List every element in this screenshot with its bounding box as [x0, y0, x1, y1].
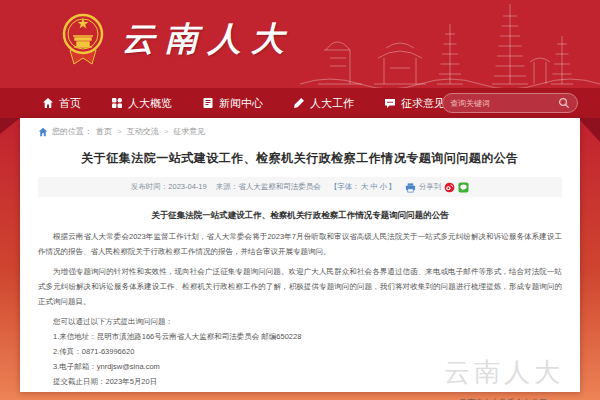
publish-date: 2023-04-19	[168, 182, 206, 191]
article-paragraph: 您可以通过以下方式提出询问问题：	[38, 314, 562, 329]
breadcrumb: 您的位置： 首页 > 互动交流 > 征求意见	[38, 126, 562, 137]
nav-item-work[interactable]: 人大工作	[293, 96, 354, 111]
nav-item-label: 首页	[59, 96, 81, 111]
home-icon	[38, 127, 48, 137]
news-icon	[202, 97, 214, 109]
nav-item-label: 人大概览	[128, 96, 172, 111]
publish-label: 发布时间：	[131, 182, 169, 191]
contact-fax: 2.传真：0871-63996620	[38, 344, 562, 359]
source: 来源：省人大监察和司法委员会	[216, 182, 321, 192]
article-paragraph: 根据云南省人大常委会2023年监督工作计划，省人大常委会将于2023年7月份听取…	[38, 229, 562, 259]
nav-item-home[interactable]: 首页	[42, 96, 81, 111]
site-title: 云南人大	[122, 17, 294, 62]
article-paragraph: 为增强专题询问的针对性和实效性，现向社会广泛征集专题询问问题。欢迎广大人民群众和…	[38, 264, 562, 309]
font-size-medium[interactable]: 中	[370, 182, 378, 191]
breadcrumb-current[interactable]: 征求意见	[173, 126, 205, 137]
nav-item-label: 新闻中心	[219, 96, 263, 111]
comment-icon	[384, 97, 396, 109]
search-box	[442, 93, 578, 113]
font-size-suffix: 】	[388, 182, 396, 191]
site-logo[interactable]: 云南人大	[60, 12, 294, 66]
wechat-share-icon[interactable]	[458, 182, 469, 193]
page-title: 关于征集法院一站式建设工作、检察机关行政检察工作情况专题询问问题的公告	[38, 150, 562, 167]
content-card: 您的位置： 首页 > 互动交流 > 征求意见 关于征集法院一站式建设工作、检察机…	[20, 118, 580, 392]
search-input[interactable]	[450, 99, 558, 108]
ribbon-fold-right	[578, 118, 600, 142]
skyline-decoration	[300, 0, 600, 88]
page: 云南人大 首页 人大概览 新闻中心 人大工作 征求意见	[0, 0, 600, 400]
home-icon	[42, 97, 54, 109]
breadcrumb-home[interactable]: 首页	[96, 126, 112, 137]
printer-icon[interactable]	[405, 182, 416, 193]
nav-item-label: 征求意见	[401, 96, 445, 111]
nav-item-news[interactable]: 新闻中心	[202, 96, 263, 111]
search-icon[interactable]	[558, 97, 570, 109]
source-label: 来源：	[216, 182, 239, 191]
breadcrumb-separator: >	[164, 127, 169, 136]
deadline: 提交截止日期：2023年5月20日	[38, 374, 562, 389]
nav-item-label: 人大工作	[310, 96, 354, 111]
share-group: 分享到	[405, 182, 470, 193]
nav-item-opinions[interactable]: 征求意见	[384, 96, 445, 111]
font-size-small[interactable]: 小	[380, 182, 388, 191]
weibo-share-icon[interactable]	[444, 182, 455, 193]
main-nav: 首页 人大概览 新闻中心 人大工作 征求意见	[0, 88, 600, 118]
publish-time: 发布时间：2023-04-19	[131, 182, 207, 192]
font-size-control: 【字体：大中小】	[330, 182, 396, 192]
pen-icon	[293, 97, 305, 109]
signature-block: 云南省人大常委会办公厅 2023年4月19日	[38, 395, 562, 400]
site-header: 云南人大	[0, 0, 600, 88]
grid-icon	[111, 97, 123, 109]
breadcrumb-prefix: 您的位置：	[52, 126, 92, 137]
contact-address: 1.来信地址：昆明市滇池路166号云南省人大监察和司法委员会 邮编650228	[38, 329, 562, 344]
article-meta-bar: 发布时间：2023-04-19 来源：省人大监察和司法委员会 【字体：大中小】 …	[38, 177, 562, 197]
share-label: 分享到	[419, 182, 442, 192]
contact-email: 3.电子邮箱：ynrdjsw@sina.com	[38, 359, 562, 374]
breadcrumb-separator: >	[117, 127, 122, 136]
font-size-prefix: 【字体：	[330, 182, 360, 191]
nav-item-overview[interactable]: 人大概览	[111, 96, 172, 111]
article-heading: 关于征集法院一站式建设工作、检察机关行政检察工作情况专题询问问题的公告	[38, 210, 562, 222]
signature-org: 云南省人大常委会办公厅	[38, 395, 547, 400]
breadcrumb-interaction[interactable]: 互动交流	[127, 126, 159, 137]
national-emblem-icon	[60, 12, 106, 66]
font-size-large[interactable]: 大	[361, 182, 369, 191]
source-name: 省人大监察和司法委员会	[238, 182, 321, 191]
ribbon-fold-left	[0, 118, 20, 134]
